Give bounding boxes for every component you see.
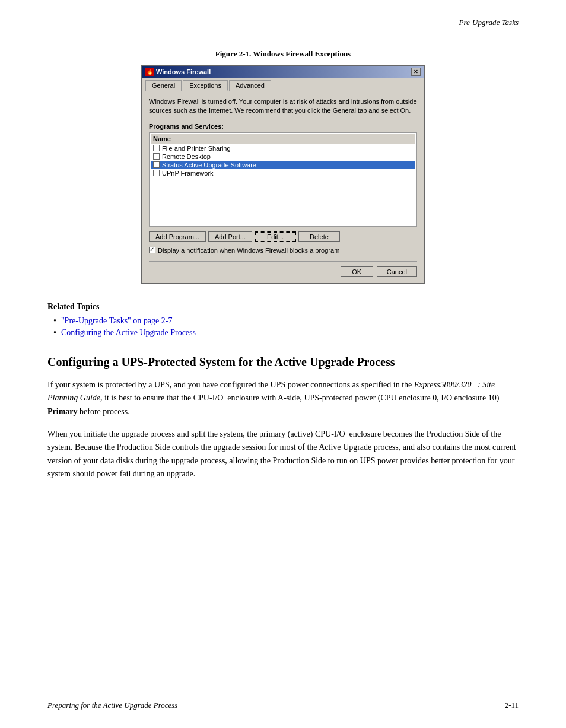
titlebar-left: 🔥 Windows Firewall — [145, 68, 211, 76]
related-link-1[interactable]: "Pre-Upgrade Tasks" on page 2-7 — [61, 316, 172, 326]
add-port-button[interactable]: Add Port... — [208, 231, 252, 242]
tab-general[interactable]: General — [145, 80, 182, 91]
dialog-title: Windows Firewall — [156, 68, 211, 75]
page-footer: Preparing for the Active Upgrade Process… — [0, 701, 566, 710]
list-item-label: Remote Desktop — [162, 153, 211, 160]
dialog-icon: 🔥 — [145, 68, 154, 76]
body-paragraph-1: If your system is protected by a UPS, an… — [47, 379, 519, 418]
list-item-label: File and Printer Sharing — [162, 145, 231, 152]
para1-primary: Primary — [47, 407, 78, 416]
section-heading: Configuring a UPS-Protected System for t… — [47, 355, 519, 369]
list-item-label: UPnP Framework — [162, 170, 214, 177]
notification-checkbox[interactable] — [149, 247, 155, 253]
close-button[interactable]: ✕ — [411, 68, 421, 76]
related-topics-title: Related Topics — [47, 302, 519, 311]
add-program-button[interactable]: Add Program... — [149, 231, 206, 242]
para1-text3: before process. — [78, 407, 130, 416]
delete-button[interactable]: Delete — [298, 231, 340, 242]
tab-advanced[interactable]: Advanced — [229, 80, 271, 91]
windows-firewall-dialog: 🔥 Windows Firewall ✕ General Exceptions … — [141, 65, 425, 284]
programs-list-container: Name File and Printer Sharing Remote Des… — [149, 132, 417, 227]
list-header: Name — [151, 134, 415, 144]
dialog-body: Windows Firewall is turned off. Your com… — [142, 91, 424, 283]
cancel-button[interactable]: Cancel — [377, 266, 417, 277]
list-item: UPnP Framework — [151, 169, 415, 177]
related-topics-list: • "Pre-Upgrade Tasks" on page 2-7 • Conf… — [47, 316, 519, 338]
programs-label: Programs and Services: — [149, 123, 417, 130]
ok-button[interactable]: OK — [341, 266, 373, 277]
para1-text1: If your system is protected by a UPS, an… — [47, 380, 414, 389]
bullet-icon: • — [53, 328, 56, 338]
checkbox-upnp[interactable] — [153, 170, 160, 176]
list-item-selected[interactable]: Stratus Active Upgrade Software — [151, 161, 415, 169]
notification-text: Display a notification when Windows Fire… — [158, 247, 339, 254]
checkbox-remote-desktop[interactable] — [153, 153, 160, 160]
list-item: • Configuring the Active Upgrade Process — [53, 328, 519, 338]
warning-text: Windows Firewall is turned off. Your com… — [149, 97, 417, 116]
page-header: Pre-Upgrade Tasks — [47, 18, 519, 31]
notification-row: Display a notification when Windows Fire… — [149, 247, 417, 254]
checkbox-file-sharing[interactable] — [153, 145, 160, 151]
header-title: Pre-Upgrade Tasks — [459, 18, 519, 27]
related-topics-section: Related Topics • "Pre-Upgrade Tasks" on … — [47, 302, 519, 338]
footer-left: Preparing for the Active Upgrade Process — [47, 701, 177, 710]
edit-button[interactable]: Edit... — [255, 231, 296, 242]
figure-caption: Figure 2-1. Windows Firewall Exceptions — [47, 49, 519, 59]
para1-text2: , it is best to ensure that the CPU-I/O … — [100, 393, 510, 402]
dialog-footer-buttons: OK Cancel — [149, 261, 417, 277]
dialog-tabs: General Exceptions Advanced — [142, 78, 424, 91]
related-link-2[interactable]: Configuring the Active Upgrade Process — [61, 328, 196, 338]
footer-right: 2-11 — [505, 701, 519, 710]
body-paragraph-2: When you initiate the upgrade process an… — [47, 428, 519, 481]
dialog-action-buttons: Add Program... Add Port... Edit... Delet… — [149, 231, 417, 242]
tab-exceptions[interactable]: Exceptions — [183, 80, 228, 91]
list-item: Remote Desktop — [151, 152, 415, 161]
list-item-label: Stratus Active Upgrade Software — [162, 161, 256, 169]
list-item: • "Pre-Upgrade Tasks" on page 2-7 — [53, 316, 519, 326]
list-item: File and Printer Sharing — [151, 144, 415, 152]
bullet-icon: • — [53, 316, 56, 326]
dialog-wrapper: 🔥 Windows Firewall ✕ General Exceptions … — [47, 65, 519, 284]
checkbox-stratus[interactable] — [153, 161, 160, 168]
dialog-titlebar: 🔥 Windows Firewall ✕ — [142, 66, 424, 78]
list-spacer — [151, 177, 415, 225]
